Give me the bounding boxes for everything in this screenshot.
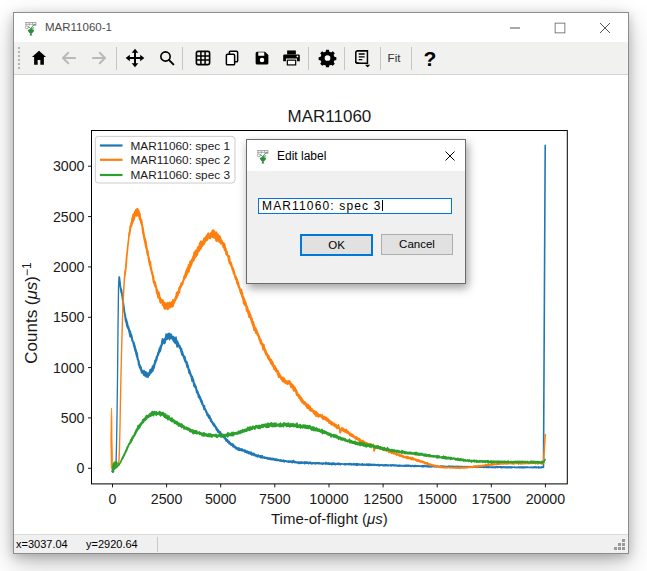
svg-text:MAR11060: MAR11060 bbox=[288, 107, 372, 126]
svg-text:0: 0 bbox=[109, 491, 117, 507]
svg-text:Counts (μs)−1: Counts (μs)−1 bbox=[20, 262, 41, 364]
svg-text:12500: 12500 bbox=[363, 491, 403, 507]
svg-text:10000: 10000 bbox=[309, 491, 349, 507]
svg-text:1000: 1000 bbox=[53, 360, 85, 376]
svg-text:MAR11060: spec 2: MAR11060: spec 2 bbox=[131, 153, 230, 167]
svg-text:20000: 20000 bbox=[526, 491, 566, 507]
svg-text:5000: 5000 bbox=[205, 491, 237, 507]
svg-text:2500: 2500 bbox=[151, 491, 183, 507]
svg-text:0: 0 bbox=[77, 460, 85, 476]
svg-text:Time-of-flight (μs): Time-of-flight (μs) bbox=[271, 510, 388, 527]
svg-text:7500: 7500 bbox=[259, 491, 291, 507]
svg-text:500: 500 bbox=[61, 410, 85, 426]
svg-text:2000: 2000 bbox=[53, 259, 85, 275]
svg-text:2500: 2500 bbox=[53, 209, 85, 225]
svg-text:MAR11060: spec 1: MAR11060: spec 1 bbox=[131, 139, 230, 153]
svg-text:15000: 15000 bbox=[417, 491, 457, 507]
svg-text:3000: 3000 bbox=[53, 158, 85, 174]
svg-text:17500: 17500 bbox=[472, 491, 512, 507]
svg-text:MAR11060: spec 3: MAR11060: spec 3 bbox=[131, 168, 231, 182]
svg-text:1500: 1500 bbox=[53, 309, 85, 325]
